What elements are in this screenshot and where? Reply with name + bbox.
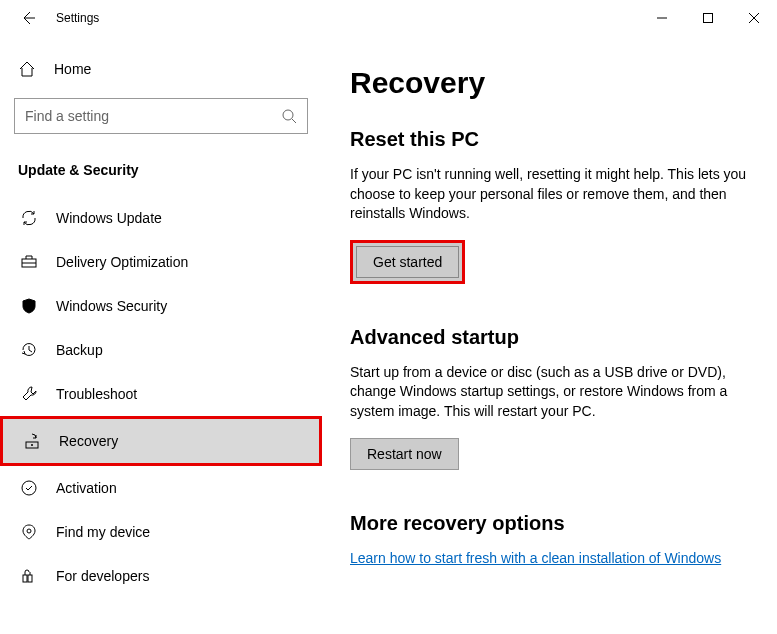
sidebar-item-label: Delivery Optimization: [56, 254, 188, 270]
main-content: Recovery Reset this PC If your PC isn't …: [322, 36, 777, 634]
svg-point-1: [283, 110, 293, 120]
svg-point-6: [27, 529, 31, 533]
sidebar-item-label: Find my device: [56, 524, 150, 540]
highlight-get-started: Get started: [350, 240, 465, 284]
sidebar-item-label: Troubleshoot: [56, 386, 137, 402]
delivery-icon: [20, 253, 38, 271]
sidebar-item-windows-update[interactable]: Windows Update: [0, 196, 322, 240]
minimize-button[interactable]: [639, 2, 685, 34]
sidebar-item-label: Windows Security: [56, 298, 167, 314]
svg-point-5: [22, 481, 36, 495]
check-circle-icon: [20, 479, 38, 497]
home-label: Home: [54, 61, 91, 77]
backup-icon: [20, 341, 38, 359]
svg-rect-8: [28, 575, 32, 582]
sidebar-item-delivery-optimization[interactable]: Delivery Optimization: [0, 240, 322, 284]
window-title: Settings: [56, 11, 99, 25]
reset-title: Reset this PC: [350, 128, 749, 151]
clean-install-link[interactable]: Learn how to start fresh with a clean in…: [350, 550, 721, 566]
sidebar-item-label: For developers: [56, 568, 149, 584]
reset-description: If your PC isn't running well, resetting…: [350, 165, 749, 224]
location-icon: [20, 523, 38, 541]
svg-rect-0: [704, 14, 713, 23]
page-title: Recovery: [350, 66, 749, 100]
sidebar: Home Update & Security Windows Update: [0, 36, 322, 634]
wrench-icon: [20, 385, 38, 403]
search-box[interactable]: [14, 98, 308, 134]
developers-icon: [20, 567, 38, 585]
restart-now-button[interactable]: Restart now: [350, 438, 459, 470]
back-button[interactable]: [16, 10, 40, 26]
svg-point-4: [31, 444, 33, 446]
sidebar-item-label: Windows Update: [56, 210, 162, 226]
more-section: More recovery options Learn how to start…: [350, 512, 749, 592]
advanced-section: Advanced startup Start up from a device …: [350, 326, 749, 470]
advanced-title: Advanced startup: [350, 326, 749, 349]
sidebar-item-label: Recovery: [59, 433, 118, 449]
search-input[interactable]: [25, 108, 281, 124]
sidebar-item-activation[interactable]: Activation: [0, 466, 322, 510]
home-nav[interactable]: Home: [0, 50, 322, 88]
recovery-icon: [23, 432, 41, 450]
advanced-description: Start up from a device or disc (such as …: [350, 363, 749, 422]
sidebar-item-troubleshoot[interactable]: Troubleshoot: [0, 372, 322, 416]
svg-rect-7: [23, 575, 27, 582]
sidebar-item-windows-security[interactable]: Windows Security: [0, 284, 322, 328]
sidebar-item-for-developers[interactable]: For developers: [0, 554, 322, 598]
sidebar-item-find-my-device[interactable]: Find my device: [0, 510, 322, 554]
titlebar: Settings: [0, 0, 777, 36]
get-started-button[interactable]: Get started: [356, 246, 459, 278]
sync-icon: [20, 209, 38, 227]
sidebar-item-backup[interactable]: Backup: [0, 328, 322, 372]
more-title: More recovery options: [350, 512, 749, 535]
sidebar-item-recovery[interactable]: Recovery: [3, 419, 319, 463]
highlight-recovery: Recovery: [0, 416, 322, 466]
shield-icon: [20, 297, 38, 315]
sidebar-item-label: Activation: [56, 480, 117, 496]
close-button[interactable]: [731, 2, 777, 34]
sidebar-item-label: Backup: [56, 342, 103, 358]
reset-section: Reset this PC If your PC isn't running w…: [350, 128, 749, 284]
home-icon: [18, 60, 36, 78]
maximize-button[interactable]: [685, 2, 731, 34]
section-title: Update & Security: [0, 152, 322, 196]
search-icon: [281, 108, 297, 124]
